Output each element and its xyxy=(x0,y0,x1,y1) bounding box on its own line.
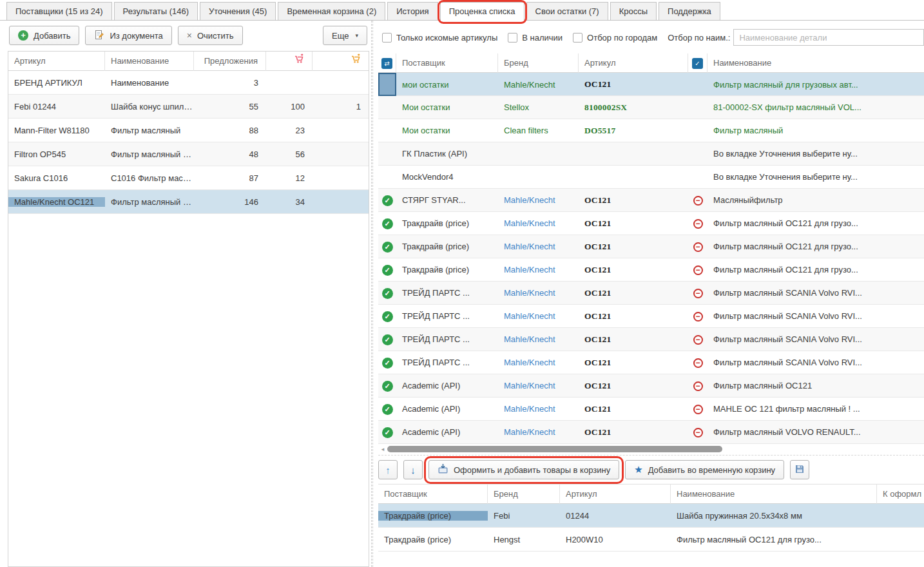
scrollbar-thumb[interactable] xyxy=(387,446,722,452)
table-row[interactable]: Mann-Filter W81180 Фильтр масляный 88 23 xyxy=(8,119,369,142)
tab-temp-cart[interactable]: Временная корзина (2) xyxy=(278,2,385,20)
column-header-supplier[interactable]: Поставщик xyxy=(378,485,488,504)
table-row[interactable]: ✓ ТРЕЙД ПАРТС ... Mahle/Knecht OC121 − Ф… xyxy=(378,351,924,374)
column-header-articul[interactable]: Артикул xyxy=(579,53,688,73)
column-header-swap[interactable]: ⇄ xyxy=(378,53,396,73)
table-row[interactable]: Мои остатки Clean filters DO5517 Фильтр … xyxy=(378,119,924,142)
cell-exclude[interactable]: − xyxy=(688,380,707,390)
column-header-to-checkout[interactable]: К оформл xyxy=(877,485,924,504)
cell-brand-link[interactable]: Mahle/Knecht xyxy=(498,242,579,251)
table-row[interactable]: ✓ Academic (API) Mahle/Knecht OC121 − Фи… xyxy=(378,374,924,398)
cell-exclude[interactable]: − xyxy=(688,357,707,367)
column-header-selected-check[interactable]: ✓ xyxy=(688,53,707,73)
add-to-temp-cart-button[interactable]: ★ Добавить во временную корзину xyxy=(625,460,784,479)
table-row[interactable]: Sakura C1016 C1016 Фильтр масл... 87 12 xyxy=(8,166,369,190)
table-row-selected[interactable]: Тракдрайв (price) Febi 01244 Шайба пружи… xyxy=(378,504,924,528)
name-filter-input[interactable] xyxy=(733,29,924,46)
cell-brand-link[interactable]: Mahle/Knecht xyxy=(498,404,579,414)
cell-exclude[interactable]: − xyxy=(688,241,707,251)
table-row[interactable]: Febi 01244 Шайба конус шпильк... 55 100 … xyxy=(8,95,369,119)
table-row[interactable]: ✓ Тракдрайв (price) Mahle/Knecht OC121 −… xyxy=(378,212,924,235)
minus-circle-icon: − xyxy=(693,219,703,229)
cell-exclude[interactable]: − xyxy=(688,218,707,228)
table-row[interactable]: ✓ СТЯРГ STYAR... Mahle/Knecht OC121 − Ма… xyxy=(378,189,924,212)
tab-list-pricing[interactable]: Проценка списка xyxy=(440,2,525,20)
only-sought-label: Только искомые артикулы xyxy=(396,33,497,43)
cell-name: Фильтр масляный xyxy=(105,126,194,135)
scroll-left-icon[interactable]: ◂ xyxy=(378,446,387,452)
cell-brand-link[interactable]: Mahle/Knecht xyxy=(498,358,579,367)
table-row[interactable]: ✓ ТРЕЙД ПАРТС ... Mahle/Knecht OC121 − Ф… xyxy=(378,328,924,351)
add-button[interactable]: + Добавить xyxy=(9,26,79,45)
tab-results[interactable]: Результаты (146) xyxy=(114,2,198,20)
table-row[interactable]: ✓ ТРЕЙД ПАРТС ... Mahle/Knecht OC121 − Ф… xyxy=(378,282,924,305)
cell-name: Фильтр масляный VOLVO RENAULT... xyxy=(707,427,924,437)
table-row[interactable]: MockVendor4 Во вкладке Уточнения выберит… xyxy=(378,166,924,189)
move-up-button[interactable]: ↑ xyxy=(378,460,398,479)
column-header-offers[interactable]: Предложения xyxy=(194,52,266,71)
table-row[interactable]: Filtron OP545 Фильтр масляный А... 48 56 xyxy=(8,142,369,166)
table-row[interactable]: ✓ Academic (API) Mahle/Knecht OC121 − MA… xyxy=(378,398,924,421)
more-button[interactable]: Еще ▾ xyxy=(323,26,367,45)
check-circle-icon: ✓ xyxy=(382,334,393,345)
column-header-cart-orange[interactable] xyxy=(313,52,369,71)
column-header-name[interactable]: Наименование xyxy=(707,53,924,73)
tab-support[interactable]: Поддержка xyxy=(659,2,720,20)
column-header-brand[interactable]: Бренд xyxy=(488,485,560,504)
tab-own-stock[interactable]: Свои остатки (7) xyxy=(526,2,608,20)
cell-status: ✓ xyxy=(378,421,396,443)
column-header-brand[interactable]: Бренд xyxy=(498,53,579,73)
in-stock-checkbox[interactable] xyxy=(508,33,517,43)
cell-exclude[interactable]: − xyxy=(688,287,707,298)
table-row[interactable]: БРЕНД АРТИКУЛ Наименование 3 xyxy=(8,71,369,95)
column-header-articul[interactable]: Артикул xyxy=(8,52,105,71)
cell-brand-link[interactable]: Mahle/Knecht xyxy=(498,427,579,437)
only-sought-checkbox[interactable] xyxy=(382,33,392,43)
table-row-selected[interactable]: Mahle/Knecht OC121 Фильтр масляный д... … xyxy=(8,190,369,214)
checkout-add-to-cart-button[interactable]: Оформить и добавить товары в корзину xyxy=(428,460,619,479)
cell-brand-link[interactable]: Mahle/Knecht xyxy=(498,311,579,321)
column-header-cart-pink[interactable] xyxy=(266,52,313,71)
table-row[interactable]: ✓ ТРЕЙД ПАРТС ... Mahle/Knecht OC121 − Ф… xyxy=(378,305,924,328)
floppy-disk-icon xyxy=(794,464,805,476)
table-row[interactable]: Тракдрайв (price) Hengst H200W10 Фильтр … xyxy=(378,528,924,552)
cell-exclude[interactable]: − xyxy=(688,311,707,321)
cell-name: Фильтр масляный SCANIA Volvo RVI... xyxy=(707,288,924,298)
table-row[interactable]: ✓ Тракдрайв (price) Mahle/Knecht OC121 −… xyxy=(378,258,924,282)
clear-button[interactable]: × Очистить xyxy=(178,26,243,45)
cell-exclude[interactable]: − xyxy=(688,264,707,274)
cell-exclude[interactable]: − xyxy=(688,427,707,437)
column-header-name[interactable]: Наименование xyxy=(671,485,877,504)
cell-articul: OC121 xyxy=(579,381,688,391)
cell-status: ✓ xyxy=(378,259,396,281)
table-row[interactable]: ГК Пластик (API) Во вкладке Уточнения вы… xyxy=(378,142,924,166)
cell-brand-link[interactable]: Mahle/Knecht xyxy=(498,381,579,390)
table-row[interactable]: ✓ Тракдрайв (price) Mahle/Knecht OC121 −… xyxy=(378,235,924,258)
column-header-supplier[interactable]: Поставщик xyxy=(396,53,498,73)
tab-suppliers[interactable]: Поставщики (15 из 24) xyxy=(6,2,112,20)
cell-name: Фильтр масляный д... xyxy=(105,197,194,207)
cell-brand-link[interactable]: Mahle/Knecht xyxy=(498,218,579,228)
tab-history[interactable]: История xyxy=(387,2,438,20)
table-row[interactable]: ✓ Academic (API) Mahle/Knecht OC121 − Фи… xyxy=(378,421,924,444)
cell-brand-link[interactable]: Mahle/Knecht xyxy=(498,265,579,274)
cell-brand-link[interactable]: Mahle/Knecht xyxy=(498,334,579,344)
tab-clarifications[interactable]: Уточнения (45) xyxy=(200,2,276,20)
save-button[interactable] xyxy=(790,460,809,479)
move-down-button[interactable]: ↓ xyxy=(403,460,423,479)
cell-exclude[interactable]: − xyxy=(688,403,707,414)
table-row[interactable]: Мои остатки Stellox 8100002SX 81-00002-S… xyxy=(378,96,924,119)
cell-brand-link[interactable]: Mahle/Knecht xyxy=(498,288,579,298)
column-header-articul[interactable]: Артикул xyxy=(560,485,671,504)
cell-exclude[interactable]: − xyxy=(688,334,707,344)
by-city-checkbox[interactable] xyxy=(573,33,582,43)
column-header-name[interactable]: Наименование xyxy=(105,52,194,71)
cell-cart-pink: 23 xyxy=(266,126,313,135)
cell-exclude[interactable]: − xyxy=(688,195,707,205)
table-row-selected[interactable]: мои остатки Mahle/Knecht OC121 Фильтр ма… xyxy=(378,73,924,96)
check-circle-icon: ✓ xyxy=(382,195,393,206)
tab-crosses[interactable]: Кроссы xyxy=(610,2,657,20)
cell-articul: DO5517 xyxy=(579,126,688,136)
from-document-button[interactable]: Из документа xyxy=(85,26,171,45)
cell-brand-link[interactable]: Mahle/Knecht xyxy=(498,195,579,205)
